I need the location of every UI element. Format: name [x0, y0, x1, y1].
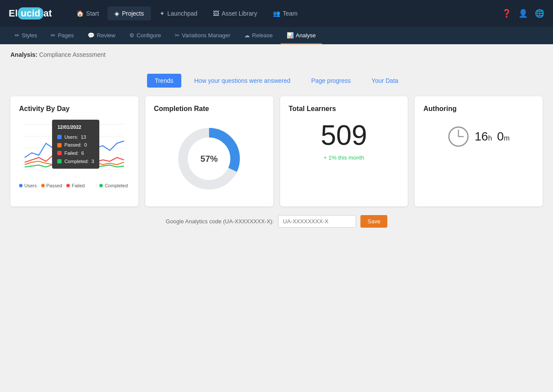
learners-count: 509	[289, 121, 399, 149]
completion-card-title: Completion Rate	[154, 105, 265, 113]
cards-grid: Activity By Day	[10, 96, 543, 206]
authoring-card-title: Authoring	[423, 105, 534, 113]
nav-projects[interactable]: ◈ Projects	[108, 7, 151, 20]
analytics-label: Google Analytics code (UA-XXXXXXXX-X):	[166, 218, 274, 225]
tooltip-users-dot	[57, 135, 62, 139]
legend-users: Users	[19, 183, 37, 188]
projects-icon: ◈	[115, 10, 119, 17]
activity-card-title: Activity By Day	[19, 105, 130, 113]
nav-start[interactable]: 🏠 Start	[69, 7, 106, 20]
help-button[interactable]: ❓	[502, 9, 511, 18]
main-nav: 🏠 Start ◈ Projects ✦ Launchpad 🖼 Asset L…	[69, 7, 502, 20]
subnav-configure[interactable]: ⚙ Configure	[123, 27, 167, 44]
nav-launchpad[interactable]: ✦ Launchpad	[153, 7, 204, 20]
donut-label: 57%	[200, 154, 218, 164]
activity-card: Activity By Day	[10, 96, 138, 206]
variations-icon: ✂	[175, 32, 180, 39]
tab-page-progress[interactable]: Page progress	[304, 74, 359, 88]
breadcrumb: Analysis: Compliance Assessment	[0, 44, 553, 65]
nav-asset-library[interactable]: 🖼 Asset Library	[206, 7, 264, 20]
asset-library-icon: 🖼	[213, 10, 219, 17]
subnav-pages[interactable]: ✏ Pages	[45, 27, 80, 44]
language-button[interactable]: 🌐	[535, 9, 544, 18]
sub-navigation: ✏ Styles ✏ Pages 💬 Review ⚙ Configure ✂ …	[0, 27, 553, 44]
tooltip-completed-dot	[57, 159, 62, 163]
configure-icon: ⚙	[129, 32, 134, 39]
legend-completed: Completed	[99, 183, 128, 188]
team-icon: 👥	[273, 10, 280, 17]
subnav-review[interactable]: 💬 Review	[82, 27, 121, 44]
top-nav-right: ❓ 👤 🌐	[502, 9, 544, 18]
authoring-time-display: 16h 0m	[423, 126, 534, 147]
tooltip-failed-dot	[57, 151, 62, 155]
clock-icon	[448, 126, 469, 147]
chart-tooltip: 12/01/2022 Users: 13 Passed: 0 Failed:	[52, 120, 99, 169]
top-navigation: Elucidat 🏠 Start ◈ Projects ✦ Launchpad …	[0, 0, 553, 27]
subnav-analyse[interactable]: 📊 Analyse	[281, 27, 322, 44]
release-icon: ☁	[244, 32, 250, 39]
user-button[interactable]: 👤	[518, 9, 528, 18]
home-icon: 🏠	[76, 10, 84, 17]
legend-failed: Failed	[66, 183, 85, 188]
learners-change: + 1% this month	[289, 154, 399, 161]
chart-area: 12/01/2022 Users: 13 Passed: 0 Failed:	[19, 120, 130, 180]
authoring-card: Authoring 16h 0m	[415, 96, 543, 206]
review-icon: 💬	[88, 32, 95, 39]
tooltip-passed-dot	[57, 143, 62, 147]
tab-your-data[interactable]: Your Data	[364, 74, 406, 88]
legend-passed-dot	[41, 184, 45, 187]
legend-failed-dot	[66, 184, 70, 187]
pages-icon: ✏	[51, 32, 56, 39]
chart-legend: Users Passed Failed Completed	[19, 183, 130, 188]
subnav-release[interactable]: ☁ Release	[238, 27, 279, 44]
main-content: Trends How your questions were answered …	[0, 65, 553, 236]
tabs-bar: Trends How your questions were answered …	[10, 74, 543, 88]
save-button[interactable]: Save	[360, 215, 387, 228]
logo[interactable]: Elucidat	[9, 7, 52, 20]
subnav-styles[interactable]: ✏ Styles	[9, 27, 43, 44]
legend-passed: Passed	[41, 183, 62, 188]
subnav-variations-manager[interactable]: ✂ Variations Manager	[169, 27, 236, 44]
analytics-section: Google Analytics code (UA-XXXXXXXX-X): S…	[10, 215, 543, 228]
launchpad-icon: ✦	[160, 10, 165, 17]
analytics-input[interactable]	[278, 215, 356, 228]
authoring-time-value: 16h 0m	[474, 130, 510, 144]
legend-completed-dot	[99, 184, 103, 187]
learners-card: Total Learners 509 + 1% this month	[280, 96, 408, 206]
tab-questions[interactable]: How your questions were answered	[187, 74, 298, 88]
completion-card: Completion Rate 57%	[145, 96, 273, 206]
tab-trends[interactable]: Trends	[147, 74, 181, 88]
learners-card-title: Total Learners	[289, 105, 399, 113]
styles-icon: ✏	[15, 32, 20, 39]
nav-team[interactable]: 👥 Team	[266, 7, 304, 20]
donut-chart: 57%	[154, 120, 265, 198]
analyse-icon: 📊	[287, 32, 294, 39]
legend-users-dot	[19, 184, 23, 187]
